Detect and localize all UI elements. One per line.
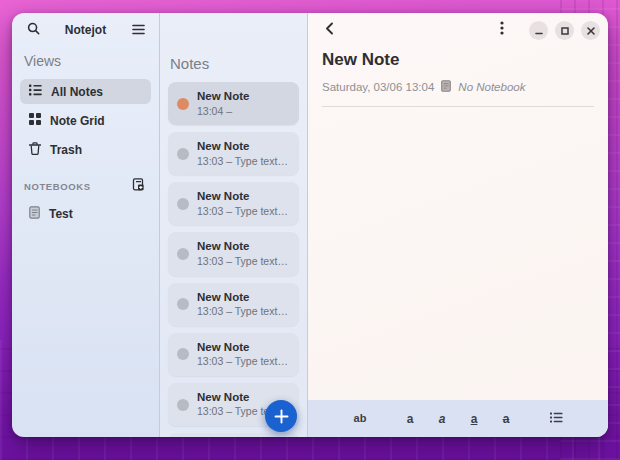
- search-button[interactable]: [22, 19, 44, 41]
- note-notebook-label[interactable]: No Notebook: [458, 81, 525, 93]
- note-subtitle: 13:03 – Type text here…: [197, 155, 289, 169]
- trash-icon: [29, 142, 41, 158]
- note-subtitle: 13:03 – Type text here…: [197, 205, 289, 219]
- note-list-item[interactable]: New Note 13:03 – Type text here…: [168, 333, 299, 376]
- back-button[interactable]: [318, 19, 340, 41]
- sidebar-item-note-grid[interactable]: Note Grid: [20, 108, 151, 133]
- note-title: New Note: [197, 290, 289, 306]
- note-subtitle: 13:03 – Type text here…: [197, 255, 289, 269]
- notes-pane-title: Notes: [160, 13, 307, 82]
- note-color-dot: [177, 399, 189, 411]
- maximize-button[interactable]: [555, 21, 574, 40]
- strikethrough-button[interactable]: a: [495, 408, 517, 430]
- note-title-heading[interactable]: New Note: [308, 47, 608, 72]
- note-color-dot: [177, 348, 189, 360]
- sidebar-item-label: Test: [49, 207, 73, 221]
- add-notebook-button[interactable]: [129, 177, 147, 195]
- note-list-item[interactable]: New Note 13:03 – Type text here…: [168, 132, 299, 175]
- note-color-dot: [177, 98, 189, 110]
- sidebar-item-notebook-test[interactable]: Test: [20, 201, 151, 227]
- sidebar-item-label: Note Grid: [50, 114, 105, 128]
- notebook-icon: [29, 206, 40, 222]
- notebooks-header-label: NOTEBOOKS: [24, 181, 91, 192]
- note-list-item[interactable]: New Note 13:03 – Type text here…: [168, 182, 299, 225]
- bold-button[interactable]: a: [399, 408, 421, 430]
- note-title: New Note: [197, 89, 249, 105]
- notejot-window: Notejot Views All Notes Note Grid: [12, 13, 608, 437]
- notebooks-section-header: NOTEBOOKS: [12, 165, 159, 199]
- maximize-icon: [561, 21, 569, 39]
- kebab-menu-icon: [500, 21, 504, 39]
- note-title: New Note: [197, 139, 289, 155]
- note-list-item[interactable]: New Note 12:35 – Type text here…: [168, 433, 299, 437]
- note-color-dot: [177, 248, 189, 260]
- sidebar-item-trash[interactable]: Trash: [20, 137, 151, 163]
- bullet-list-icon: [550, 412, 563, 425]
- underline-button[interactable]: a: [463, 408, 485, 430]
- sidebar-item-all-notes[interactable]: All Notes: [20, 79, 151, 104]
- note-meta-row: Saturday, 03/06 13:04 No Notebook: [308, 72, 608, 106]
- note-subtitle: 13:03 – Type text here…: [197, 305, 289, 319]
- note-color-dot: [177, 148, 189, 160]
- app-title: Notejot: [44, 23, 127, 37]
- note-list-item[interactable]: New Note 13:03 – Type text here…: [168, 232, 299, 275]
- chevron-left-icon: [325, 21, 334, 39]
- editor-pane: New Note Saturday, 03/06 13:04 No Notebo…: [308, 13, 608, 437]
- list-view-icon: [29, 84, 42, 99]
- plus-icon: [274, 409, 289, 424]
- notebook-icon-small: [441, 78, 451, 96]
- close-icon: [587, 21, 595, 39]
- close-button[interactable]: [581, 21, 600, 40]
- note-date: Saturday, 03/06 13:04: [322, 81, 434, 93]
- note-list-item[interactable]: New Note 13:03 – Type text here…: [168, 283, 299, 326]
- search-icon: [27, 21, 40, 39]
- new-note-button[interactable]: [265, 400, 297, 432]
- hamburger-icon: [132, 21, 145, 39]
- minimize-icon: [535, 21, 543, 39]
- notes-pane: Notes New Note 13:04 – New Note 13:03 – …: [160, 13, 308, 437]
- formatting-toolbar: ab a a a a: [308, 400, 608, 437]
- sidebar-item-label: All Notes: [51, 85, 103, 99]
- italic-button[interactable]: a: [431, 408, 453, 430]
- note-subtitle: 13:04 –: [197, 105, 249, 119]
- menu-button[interactable]: [127, 19, 149, 41]
- sidebar-headerbar: Notejot: [12, 13, 159, 47]
- normal-text-button[interactable]: ab: [349, 408, 371, 430]
- add-notebook-icon: [132, 177, 144, 195]
- sidebar: Notejot Views All Notes Note Grid: [12, 13, 160, 437]
- note-color-dot: [177, 198, 189, 210]
- note-subtitle: 13:03 – Type text here…: [197, 355, 289, 369]
- bullet-list-button[interactable]: [545, 408, 567, 430]
- note-title: New Note: [197, 239, 289, 255]
- editor-headerbar: [308, 13, 608, 47]
- note-title: New Note: [197, 340, 289, 356]
- note-text-area[interactable]: [308, 107, 608, 400]
- grid-view-icon: [29, 113, 41, 128]
- minimize-button[interactable]: [529, 21, 548, 40]
- note-list-item[interactable]: New Note 13:04 –: [168, 82, 299, 125]
- sidebar-item-label: Trash: [50, 143, 82, 157]
- views-header: Views: [12, 47, 159, 77]
- note-menu-button[interactable]: [492, 19, 512, 41]
- note-color-dot: [177, 298, 189, 310]
- note-title: New Note: [197, 189, 289, 205]
- notes-list: New Note 13:04 – New Note 13:03 – Type t…: [160, 82, 307, 437]
